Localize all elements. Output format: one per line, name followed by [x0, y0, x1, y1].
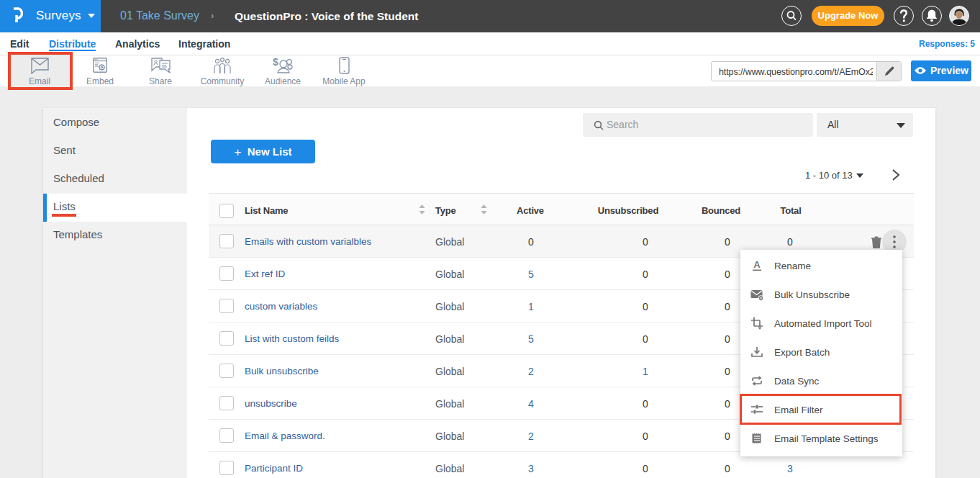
svg-text:A: A	[753, 259, 761, 270]
svg-text:$: $	[273, 57, 278, 68]
